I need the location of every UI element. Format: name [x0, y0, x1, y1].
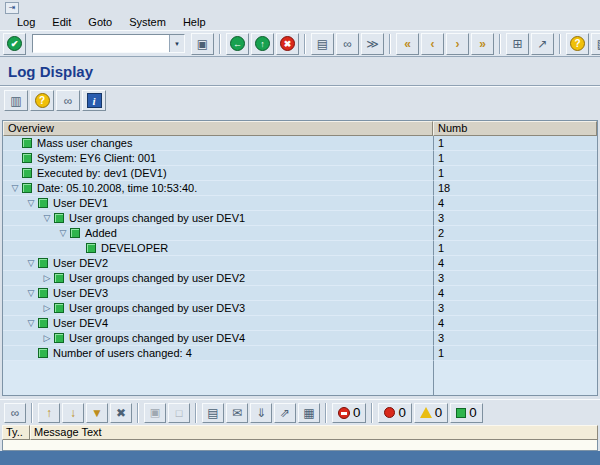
expander-open-icon[interactable]: ▽	[24, 198, 38, 208]
warning-messages-button[interactable]: 0	[414, 403, 448, 423]
menu-system[interactable]: System	[129, 16, 166, 28]
table-row[interactable]: Executed by: dev1 (DEV1) 1	[3, 166, 597, 181]
back-button[interactable]: ←	[226, 33, 249, 55]
tree-row-label: Added	[85, 227, 117, 239]
message-area-background	[0, 451, 600, 465]
expander-open-icon[interactable]: ▽	[56, 228, 70, 238]
find-icon: ∞	[343, 38, 352, 50]
status-green-icon	[54, 273, 64, 283]
tree-row-label: User DEV3	[53, 287, 108, 299]
command-field: ▼	[32, 34, 185, 53]
table-row[interactable]: ▽Added 2	[3, 226, 597, 241]
tree-row-count: 4	[433, 316, 597, 331]
table-row[interactable]: ▽User groups changed by user DEV1 3	[3, 211, 597, 226]
message-type-column-header[interactable]: Ty..	[2, 425, 30, 440]
menu-log[interactable]: Log	[17, 16, 35, 28]
sort-ascending-icon: ↑	[46, 406, 52, 420]
status-green-icon	[86, 243, 96, 253]
local-file-button[interactable]: ⇓	[250, 403, 272, 423]
expander-open-icon[interactable]: ▽	[40, 213, 54, 223]
menu-help[interactable]: Help	[183, 16, 206, 28]
back-icon: ←	[230, 36, 245, 51]
toolbar-separator	[389, 34, 391, 54]
table-row[interactable]: ▷User groups changed by user DEV3 3	[3, 301, 597, 316]
system-menu-icon[interactable]: ⇥	[5, 2, 19, 14]
choose-detail-button[interactable]: ∞	[4, 403, 26, 423]
error-icon	[384, 407, 395, 418]
set-filter-button[interactable]: ▼	[86, 403, 108, 423]
help-button-2[interactable]: ?	[30, 90, 54, 111]
sort-descending-button[interactable]: ↓	[62, 403, 84, 423]
print-button[interactable]: ▤	[311, 33, 334, 55]
print-icon: ▤	[207, 407, 218, 419]
table-row[interactable]: ▽User DEV1 4	[3, 196, 597, 211]
sort-descending-icon: ↓	[70, 406, 76, 420]
customize-layout-button[interactable]: ▧	[591, 33, 600, 55]
menu-edit[interactable]: Edit	[52, 16, 71, 28]
table-view-button[interactable]: ▦	[298, 403, 320, 423]
tree-row-count: 4	[433, 256, 597, 271]
tree-row-count: 3	[433, 271, 597, 286]
page-title: Log Display	[8, 63, 93, 80]
table-row[interactable]: DEVELOPER 1	[3, 241, 597, 256]
table-row[interactable]: Number of users changed: 4 1	[3, 346, 597, 361]
find-next-button[interactable]: ≫	[361, 33, 384, 55]
table-row[interactable]: System: EY6 Client: 001 1	[3, 151, 597, 166]
first-page-button[interactable]: «	[396, 33, 419, 55]
new-session-icon: ⊞	[512, 38, 522, 50]
command-dropdown-button[interactable]: ▼	[169, 35, 184, 52]
info-button[interactable]: i	[82, 90, 106, 111]
find-button[interactable]: ∞	[336, 33, 359, 55]
help-button[interactable]: ?	[566, 33, 589, 55]
new-session-button[interactable]: ⊞	[506, 33, 529, 55]
print-button-2[interactable]: ▤	[202, 403, 224, 423]
save-icon: ▣	[197, 38, 208, 50]
last-page-button[interactable]: »	[471, 33, 494, 55]
previous-page-button[interactable]: ‹	[421, 33, 444, 55]
status-green-icon	[38, 318, 48, 328]
enter-button[interactable]: ✔	[3, 33, 26, 55]
table-row[interactable]: ▽Date: 05.10.2008, time 10:53:40. 18	[3, 181, 597, 196]
choose-detail-icon: ∞	[11, 407, 20, 419]
next-page-button[interactable]: ›	[446, 33, 469, 55]
message-header-row: Ty.. Message Text	[2, 425, 598, 440]
choose-icon: ▥	[10, 95, 21, 107]
mail-button[interactable]: ✉	[226, 403, 248, 423]
message-text-column-header[interactable]: Message Text	[30, 425, 598, 440]
help-icon: ?	[35, 93, 50, 108]
table-row[interactable]: Mass user changes 1	[3, 136, 597, 151]
table-row[interactable]: ▷User groups changed by user DEV2 3	[3, 271, 597, 286]
overview-column-header[interactable]: Overview	[3, 121, 433, 136]
table-row[interactable]: ▽User DEV2 4	[3, 256, 597, 271]
tree-row-count: 1	[433, 136, 597, 151]
expander-open-icon[interactable]: ▽	[24, 288, 38, 298]
status-green-icon	[38, 348, 48, 358]
cancel-button[interactable]: ✖	[276, 33, 299, 55]
expander-closed-icon[interactable]: ▷	[40, 303, 54, 313]
export-button[interactable]: ⇗	[274, 403, 296, 423]
choose-detail-button[interactable]: ∞	[56, 90, 80, 111]
choose-button[interactable]: ▥	[4, 90, 28, 111]
expander-closed-icon[interactable]: ▷	[40, 333, 54, 343]
menu-goto[interactable]: Goto	[88, 16, 112, 28]
expander-open-icon[interactable]: ▽	[24, 258, 38, 268]
table-row[interactable]: ▽User DEV3 4	[3, 286, 597, 301]
exit-button[interactable]: ↑	[251, 33, 274, 55]
delete-filter-button[interactable]: ✖	[110, 403, 132, 423]
stop-messages-button[interactable]: 0	[332, 403, 366, 423]
create-shortcut-button[interactable]: ↗	[531, 33, 554, 55]
command-input[interactable]	[33, 35, 169, 52]
error-messages-button[interactable]: 0	[378, 403, 411, 423]
toolbar-separator	[137, 403, 139, 423]
tree-row-label: User DEV1	[53, 197, 108, 209]
expander-open-icon[interactable]: ▽	[8, 183, 22, 193]
help-icon: ?	[570, 36, 585, 51]
expander-open-icon[interactable]: ▽	[24, 318, 38, 328]
table-row[interactable]: ▽User DEV4 4	[3, 316, 597, 331]
table-row[interactable]: ▷User groups changed by user DEV4 3	[3, 331, 597, 346]
sort-ascending-button[interactable]: ↑	[38, 403, 60, 423]
success-messages-button[interactable]: 0	[450, 403, 482, 423]
number-column-header[interactable]: Numb	[433, 121, 597, 136]
save-button[interactable]: ▣	[191, 33, 214, 55]
expander-closed-icon[interactable]: ▷	[40, 273, 54, 283]
